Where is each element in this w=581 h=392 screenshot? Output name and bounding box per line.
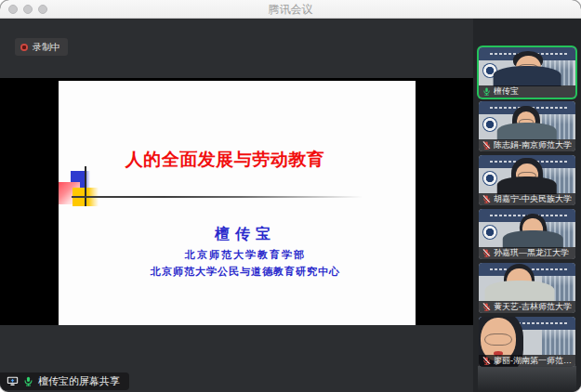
microphone-status-icon <box>482 249 491 257</box>
participant-video-tile[interactable]: 陈志娟-南京师范大学 <box>479 101 575 151</box>
fullscreen-window-button[interactable] <box>38 5 47 14</box>
recording-indicator: 录制中 <box>15 38 68 56</box>
microphone-status-icon <box>482 141 491 150</box>
microphone-status-icon <box>482 195 491 203</box>
slide-title: 人的全面发展与劳动教育 <box>59 148 403 172</box>
meeting-content: 录制中 人的全面发展与劳动教育 檀传宝 北京师范大学教育学部 北京师范大学公民与… <box>0 19 581 392</box>
participant-nameplate: 胡嘉宁-中央民族大学 <box>479 193 575 205</box>
participant-name: 胡嘉宁-中央民族大学 <box>494 193 572 205</box>
microphone-on-icon <box>23 376 33 386</box>
screen-share-label: 檀传宝的屏幕共享 <box>38 374 120 388</box>
participant-nameplate: 黄天艺-吉林师范大学 <box>479 301 575 313</box>
microphone-status-icon <box>482 87 491 96</box>
presentation-slide: 人的全面发展与劳动教育 檀传宝 北京师范大学教育学部 北京师范大学公民与道德教育… <box>59 81 416 325</box>
window-title: 腾讯会议 <box>0 0 581 19</box>
traffic-lights <box>8 0 47 19</box>
meeting-window: 腾讯会议 录制中 人的全面发展与劳动教育 檀传宝 北京师范大学教育学部 北京师范… <box>0 0 581 392</box>
screen-share-banner[interactable]: 檀传宝的屏幕共享 <box>0 372 129 390</box>
participant-name: 檀传宝 <box>494 85 519 98</box>
close-window-button[interactable] <box>8 5 18 14</box>
slide-author: 檀传宝 <box>67 225 416 244</box>
slide-affiliation-1: 北京师范大学教育学部 <box>67 248 416 262</box>
slide-decor-vertical-line <box>85 166 86 206</box>
participants-sidebar[interactable]: 檀传宝 陈志娟-南京师范大学 <box>473 19 581 392</box>
participant-name: 陈志娟-南京师范大学 <box>494 139 572 151</box>
participant-nameplate: 檀传宝 <box>479 85 575 98</box>
participant-video-tile[interactable]: 胡嘉宁-中央民族大学 <box>479 155 575 205</box>
participant-video-tile[interactable]: 檀传宝 <box>479 47 575 98</box>
slide-affiliation-2: 北京师范大学公民与道德教育研究中心 <box>67 265 416 279</box>
slide-divider-line <box>72 196 378 198</box>
participant-nameplate: 廖丽-湖南第一师范学院 <box>479 355 575 367</box>
university-emblem-icon <box>482 225 497 240</box>
microphone-status-icon <box>482 357 491 365</box>
screen-share-icon <box>7 376 19 386</box>
virtual-background-buildings <box>542 330 574 355</box>
participant-name: 廖丽-湖南第一师范学院 <box>494 355 572 367</box>
participant-video-tile[interactable]: 孙嘉琪—黑龙江大学 <box>479 209 575 259</box>
recording-label: 录制中 <box>33 41 60 54</box>
recording-dot-icon <box>20 44 28 51</box>
participant-nameplate: 陈志娟-南京师范大学 <box>479 139 575 151</box>
university-emblem-icon <box>482 171 497 186</box>
participant-name: 黄天艺-吉林师范大学 <box>494 301 572 313</box>
participant-name: 孙嘉琪—黑龙江大学 <box>494 247 569 259</box>
participant-nameplate: 孙嘉琪—黑龙江大学 <box>479 247 575 259</box>
participant-video-tile[interactable]: 黄天艺-吉林师范大学 <box>479 263 575 313</box>
minimize-window-button[interactable] <box>23 5 33 14</box>
microphone-status-icon <box>482 303 491 311</box>
university-emblem-icon <box>482 117 497 132</box>
participant-video-tile[interactable]: 廖丽-湖南第一师范学院 <box>479 317 575 367</box>
titlebar: 腾讯会议 <box>0 0 581 19</box>
screen-share-area: 人的全面发展与劳动教育 檀传宝 北京师范大学教育学部 北京师范大学公民与道德教育… <box>0 78 473 325</box>
